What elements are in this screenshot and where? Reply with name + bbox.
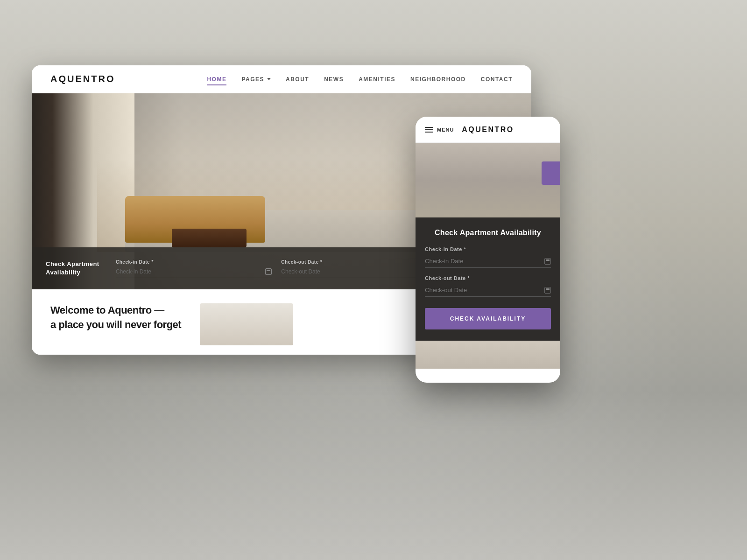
mobile-checkout-label: Check-out Date * <box>425 275 551 281</box>
nav-link-home[interactable]: HOME <box>207 76 226 83</box>
mobile-form-heading: Check Apartment Availability <box>425 229 551 237</box>
checkout-label-desktop: Check-out Date * <box>281 259 437 265</box>
mobile-hero-bg <box>416 143 560 217</box>
mobile-menu-label: MENU <box>437 127 454 133</box>
chevron-down-icon <box>267 78 271 80</box>
welcome-text: Welcome to Aquentro — a place you will n… <box>50 303 181 332</box>
mobile-menu-button[interactable]: MENU <box>425 127 454 133</box>
mobile-bottom-image <box>416 341 560 369</box>
checkin-label-desktop: Check-in Date * <box>116 259 272 265</box>
check-availability-button-mobile[interactable]: CHECK AVAILABILITY <box>425 308 551 329</box>
mobile-logo: AQUENTRO <box>462 126 514 134</box>
calendar-icon-checkin <box>265 268 272 275</box>
coffee-table <box>172 229 247 247</box>
desktop-navbar: AQUENTRO HOME PAGES ABOUT NEWS AMENITIES… <box>32 65 531 93</box>
nav-link-pages[interactable]: PAGES <box>241 76 271 83</box>
mobile-calendar-icon-checkin <box>544 258 551 265</box>
mobile-purple-snippet <box>542 161 560 185</box>
checkout-field-desktop: Check-out Date * Check-out Date <box>281 259 437 277</box>
welcome-image <box>200 303 293 345</box>
nav-link-about[interactable]: ABOUT <box>286 76 309 83</box>
mobile-checkout-input[interactable]: Check-out Date <box>425 284 551 297</box>
nav-link-neighborhood[interactable]: NEIGHBORHOOD <box>410 76 466 83</box>
checkout-input-desktop[interactable]: Check-out Date <box>281 266 437 277</box>
desktop-logo: AQUENTRO <box>50 74 115 84</box>
mobile-mockup: MENU AQUENTRO Check Apartment Availabili… <box>416 117 560 383</box>
checkin-field-desktop: Check-in Date * Check-in Date <box>116 259 272 277</box>
nav-link-news[interactable]: NEWS <box>324 76 344 83</box>
mobile-checkin-label: Check-in Date * <box>425 246 551 252</box>
mobile-hero <box>416 143 560 217</box>
nav-link-contact[interactable]: CONTACT <box>481 76 513 83</box>
mobile-checkin-input[interactable]: Check-in Date <box>425 255 551 268</box>
mobile-checkout-field: Check-out Date * Check-out Date <box>425 275 551 297</box>
mobile-availability-form: Check Apartment Availability Check-in Da… <box>416 217 560 341</box>
desktop-nav-links: HOME PAGES ABOUT NEWS AMENITIES NEIGHBOR… <box>207 76 513 83</box>
checkin-input-desktop[interactable]: Check-in Date <box>116 266 272 277</box>
mobile-checkin-field: Check-in Date * Check-in Date <box>425 246 551 268</box>
hamburger-icon <box>425 127 433 133</box>
mobile-navbar: MENU AQUENTRO <box>416 117 560 143</box>
nav-link-amenities[interactable]: AMENITIES <box>359 76 395 83</box>
mobile-calendar-icon-checkout <box>544 287 551 294</box>
form-heading-desktop: Check Apartment Availability <box>46 260 106 277</box>
welcome-heading: Welcome to Aquentro — a place you will n… <box>50 303 181 332</box>
